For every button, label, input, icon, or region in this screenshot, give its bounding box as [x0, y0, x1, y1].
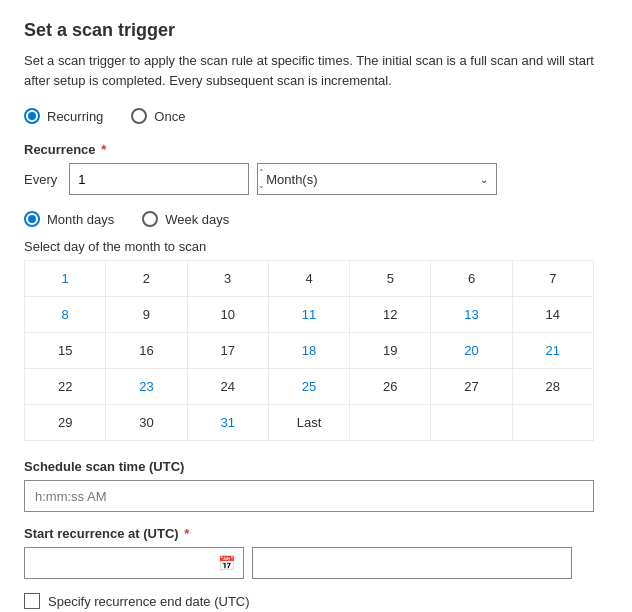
calendar-day-17[interactable]: 17: [188, 333, 269, 369]
calendar-day-13[interactable]: 13: [431, 297, 512, 333]
calendar-day-10[interactable]: 10: [188, 297, 269, 333]
radio-month-days-circle: [24, 211, 40, 227]
date-input-wrapper: 2020-11-21 📅: [24, 547, 244, 579]
calendar-day-20[interactable]: 20: [431, 333, 512, 369]
radio-month-days[interactable]: Month days: [24, 211, 114, 227]
chevron-down-icon: ⌄: [480, 174, 488, 185]
recurrence-row: Every ⌃ ⌄ Month(s) ⌄: [24, 163, 608, 195]
calendar-grid: 1234567891011121314151617181920212223242…: [24, 260, 594, 441]
schedule-label: Schedule scan time (UTC): [24, 459, 608, 474]
radio-week-days-label: Week days: [165, 212, 229, 227]
calendar-day-3[interactable]: 3: [188, 261, 269, 297]
calendar-day-22[interactable]: 22: [25, 369, 106, 405]
calendar-day-19[interactable]: 19: [350, 333, 431, 369]
recurrence-label: Recurrence *: [24, 142, 608, 157]
radio-once-label: Once: [154, 109, 185, 124]
calendar-empty-32: [350, 405, 431, 441]
radio-once-circle: [131, 108, 147, 124]
calendar-day-6[interactable]: 6: [431, 261, 512, 297]
calendar-day-11[interactable]: 11: [269, 297, 350, 333]
start-date-input[interactable]: 2020-11-21: [33, 556, 218, 571]
calendar-icon[interactable]: 📅: [218, 555, 235, 571]
start-recurrence-label: Start recurrence at (UTC) *: [24, 526, 608, 541]
calendar-day-5[interactable]: 5: [350, 261, 431, 297]
radio-recurring-circle: [24, 108, 40, 124]
period-dropdown[interactable]: Month(s) ⌄: [257, 163, 497, 195]
page-description: Set a scan trigger to apply the scan rul…: [24, 51, 608, 90]
every-input[interactable]: [70, 172, 254, 187]
calendar-day-24[interactable]: 24: [188, 369, 269, 405]
calendar-day-29[interactable]: 29: [25, 405, 106, 441]
radio-week-days[interactable]: Week days: [142, 211, 229, 227]
trigger-type-group: Recurring Once: [24, 108, 608, 124]
calendar-day-7[interactable]: 7: [513, 261, 594, 297]
radio-recurring[interactable]: Recurring: [24, 108, 103, 124]
period-value: Month(s): [266, 172, 317, 187]
calendar-day-2[interactable]: 2: [106, 261, 187, 297]
calendar-day-15[interactable]: 15: [25, 333, 106, 369]
end-date-checkbox[interactable]: [24, 593, 40, 609]
required-star: *: [98, 142, 107, 157]
select-day-label: Select day of the month to scan: [24, 239, 608, 254]
every-input-wrapper: ⌃ ⌄: [69, 163, 249, 195]
calendar-day-8[interactable]: 8: [25, 297, 106, 333]
calendar-day-23[interactable]: 23: [106, 369, 187, 405]
calendar-day-16[interactable]: 16: [106, 333, 187, 369]
calendar-day-14[interactable]: 14: [513, 297, 594, 333]
end-date-row[interactable]: Specify recurrence end date (UTC): [24, 593, 608, 609]
calendar-day-1[interactable]: 1: [25, 261, 106, 297]
calendar-empty-33: [431, 405, 512, 441]
radio-once[interactable]: Once: [131, 108, 185, 124]
calendar-day-4[interactable]: 4: [269, 261, 350, 297]
calendar-day-27[interactable]: 27: [431, 369, 512, 405]
radio-recurring-label: Recurring: [47, 109, 103, 124]
calendar-day-28[interactable]: 28: [513, 369, 594, 405]
calendar-day-25[interactable]: 25: [269, 369, 350, 405]
calendar-day-9[interactable]: 9: [106, 297, 187, 333]
calendar-day-26[interactable]: 26: [350, 369, 431, 405]
calendar-empty-34: [513, 405, 594, 441]
calendar-day-12[interactable]: 12: [350, 297, 431, 333]
end-date-label: Specify recurrence end date (UTC): [48, 594, 250, 609]
schedule-time-input[interactable]: [24, 480, 594, 512]
page-title: Set a scan trigger: [24, 20, 608, 41]
calendar-day-31[interactable]: 31: [188, 405, 269, 441]
start-time-input[interactable]: 6:04:00 PM: [252, 547, 572, 579]
radio-month-days-label: Month days: [47, 212, 114, 227]
calendar-day-30[interactable]: 30: [106, 405, 187, 441]
calendar-day-Last[interactable]: Last: [269, 405, 350, 441]
day-type-group: Month days Week days: [24, 211, 608, 227]
radio-week-days-circle: [142, 211, 158, 227]
start-recurrence-required: *: [181, 526, 190, 541]
calendar-day-18[interactable]: 18: [269, 333, 350, 369]
calendar-day-21[interactable]: 21: [513, 333, 594, 369]
start-recurrence-row: 2020-11-21 📅 6:04:00 PM: [24, 547, 608, 579]
schedule-section: Schedule scan time (UTC): [24, 459, 608, 512]
every-label: Every: [24, 172, 57, 187]
